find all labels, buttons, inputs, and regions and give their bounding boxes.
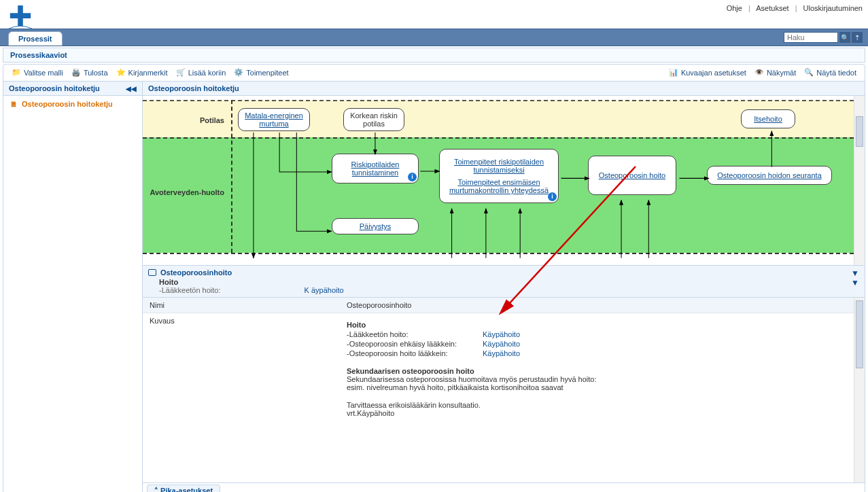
box-high-risk-patient[interactable]: Korkean riskin potilas [343, 108, 404, 131]
expand-icon[interactable]: ⇡ [852, 32, 863, 43]
kaypahoito-link[interactable]: Käypähoito [483, 330, 520, 338]
name-value: Osteoporoosinhoito [340, 298, 854, 313]
search-input[interactable] [784, 32, 838, 43]
box-risk-identification[interactable]: Riskipotilaiden tunnistaminen i [332, 154, 419, 183]
printer-icon: 🖨️ [71, 68, 81, 77]
app-logo [5, 3, 35, 31]
lane-label-outpatient: Avoterveyden-huolto [143, 188, 224, 196]
collapse-detail-icon[interactable]: ▼▼ [851, 268, 859, 287]
print-button[interactable]: 🖨️ Tulosta [67, 67, 112, 79]
cart-icon: 🛒 [176, 68, 186, 77]
eye-icon: 👁️ [754, 68, 764, 77]
bookmarks-button[interactable]: ⭐ Kirjanmerkit [112, 67, 172, 79]
quick-settings-tab[interactable]: ˄ Pika-asetukset [147, 485, 220, 492]
star-icon: ⭐ [116, 68, 126, 77]
subtitle-bar: Prosessikaaviot [3, 48, 865, 63]
desc-row: -Lääkkeetön hoito:Käypähoito [347, 330, 847, 338]
kaypahoito-link[interactable]: Käypähoito [483, 349, 520, 357]
lane-label-patient: Potilas [143, 116, 224, 124]
collapse-left-icon[interactable]: ◀◀ [126, 85, 137, 92]
box-measures[interactable]: Toimenpiteet riskipotilaiden tunnistamis… [439, 149, 559, 203]
desc-value: Hoito -Lääkkeetön hoito:Käypähoito -Oste… [340, 313, 854, 421]
top-links: Ohje | Asetukset | Uloskirjautuminen [727, 3, 863, 12]
kaypahoito-link[interactable]: Käypähoito [483, 340, 520, 348]
help-link[interactable]: Ohje [727, 4, 742, 12]
actions-button[interactable]: ⚙️ Toimenpiteet [230, 67, 292, 79]
add-to-cart-button[interactable]: 🛒 Lisää koriin [172, 67, 230, 79]
box-osteoporosis-treatment[interactable]: Osteoporoosin hoito [588, 156, 676, 195]
detail-scrollbar[interactable] [854, 298, 865, 482]
box-low-energy-fracture[interactable]: Matala-energinen murtuma [238, 108, 310, 131]
gear-icon: ⚙️ [234, 68, 243, 77]
desc-label: Kuvaus [143, 313, 340, 421]
detail-panel-header: Osteoporoosinhoito Hoito -Lääkkeetön hoi… [143, 266, 865, 298]
folder-icon: 📁 [12, 68, 21, 77]
box-selfcare[interactable]: Itsehoito [741, 109, 795, 128]
footer: ˄ Pika-asetukset [143, 482, 865, 492]
info-icon[interactable]: i [408, 173, 417, 181]
diagram-scrollbar[interactable] [854, 96, 865, 265]
desc-row: -Osteoporoosin hoito lääkkein:Käypähoito [347, 349, 847, 357]
name-label: Nimi [143, 298, 340, 313]
settings-link[interactable]: Asetukset [756, 4, 788, 12]
logout-link[interactable]: Uloskirjautuminen [803, 4, 863, 12]
magnifier-icon: 🔍 [804, 68, 814, 77]
box-followup[interactable]: Osteoporoosin hoidon seuranta [707, 166, 832, 185]
box-oncall[interactable]: Päivystys [332, 218, 419, 234]
kaypahoito-link[interactable]: K äypähoito [305, 286, 344, 294]
tab-processes[interactable]: Prosessit [8, 31, 63, 46]
chart-icon: 📊 [669, 68, 678, 77]
detail-title-icon [148, 269, 156, 276]
info-icon[interactable]: i [548, 192, 557, 201]
select-template-button[interactable]: 📁 Valitse malli [7, 67, 67, 79]
detail-table: Nimi Osteoporoosinhoito Kuvaus Hoito -Lä… [143, 298, 854, 421]
show-info-button[interactable]: 🔍 Näytä tiedot [800, 67, 861, 79]
search-icon[interactable]: 🔍 [839, 32, 850, 43]
right-pane-header: Osteoporoosin hoitoketju [143, 82, 865, 96]
graph-settings-button[interactable]: 📊 Kuvaajan asetukset [665, 67, 750, 79]
tree-item-osteoporoosin[interactable]: 🗎 Osteoporoosin hoitoketju [3, 96, 142, 112]
process-diagram[interactable]: Potilas Avoterveyden-huolto Matala-energ… [143, 96, 854, 265]
document-icon: 🗎 [10, 100, 18, 108]
detail-title: Osteoporoosinhoito [160, 268, 232, 277]
left-pane-header: Osteoporoosin hoitoketju ◀◀ [3, 82, 142, 96]
chevron-up-icon: ˄ [154, 487, 158, 492]
tab-row: Prosessit 🔍 ⇡ [0, 29, 868, 46]
toolbar: 📁 Valitse malli 🖨️ Tulosta ⭐ Kirjanmerki… [3, 65, 865, 82]
desc-row: -Osteoporoosin ehkäisy lääkkein:Käypähoi… [347, 340, 847, 348]
views-button[interactable]: 👁️ Näkymät [750, 67, 800, 79]
